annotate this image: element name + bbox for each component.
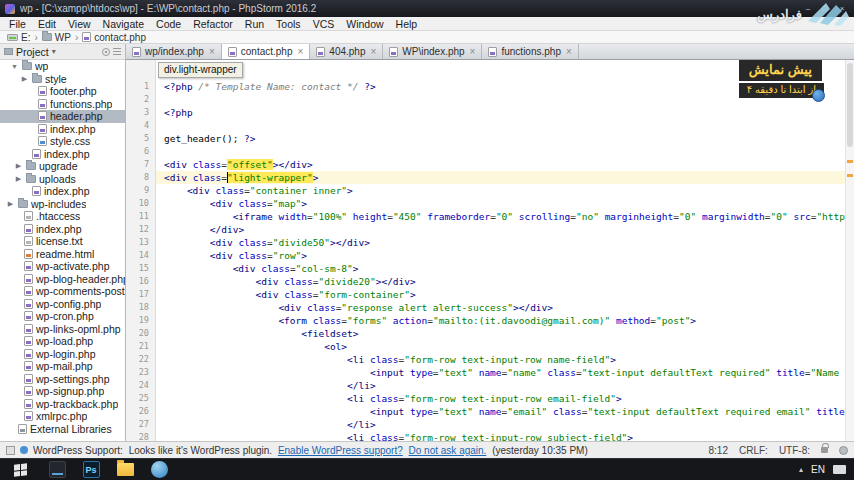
tree-item-license.txt[interactable]: license.txt	[0, 235, 125, 248]
code-line-18[interactable]: 18 <div class="response alert alert-succ…	[126, 301, 854, 314]
code-line-20[interactable]: 20 <fieldset>	[126, 327, 854, 340]
menu-item-run[interactable]: Run	[239, 18, 270, 30]
tree-item-.htaccess[interactable]: .htaccess	[0, 210, 125, 223]
code-line-6[interactable]: 6	[126, 145, 854, 158]
tree-item-index.php[interactable]: index.php	[0, 148, 125, 161]
tree-item-wp-links-opml.php[interactable]: wp-links-opml.php	[0, 323, 125, 336]
editor-scrollbar[interactable]	[845, 60, 854, 441]
menu-item-edit[interactable]: Edit	[32, 18, 62, 30]
code-line-13[interactable]: 13 <div class="divide50"></div>	[126, 236, 854, 249]
code-line-4[interactable]: 4	[126, 119, 854, 132]
tree-item-wp-settings.php[interactable]: wp-settings.php	[0, 373, 125, 386]
code-line-21[interactable]: 21 <ol>	[126, 340, 854, 353]
tree-item-wp-config.php[interactable]: wp-config.php	[0, 298, 125, 311]
code-line-22[interactable]: 22 <li class="form-row text-input-row na…	[126, 353, 854, 366]
hidden-icons-chevron-icon[interactable]: ▴	[799, 465, 803, 474]
code-line-7[interactable]: 7<div class="offset"></div>	[126, 158, 854, 171]
taskbar-browser-icon[interactable]	[142, 459, 176, 480]
start-button[interactable]	[0, 459, 40, 480]
code-line-8[interactable]: 8<div class="light-wrapper">	[126, 171, 854, 184]
chevron-down-icon[interactable]: ▾	[52, 47, 56, 56]
code-line-23[interactable]: 23 <input type="text" name="name" class=…	[126, 366, 854, 379]
encoding-widget[interactable]: UTF-8:	[779, 445, 810, 456]
caret-position-widget[interactable]: 8:12	[709, 445, 728, 456]
enable-wordpress-link[interactable]: Enable WordPress support?	[278, 445, 403, 456]
code-line-25[interactable]: 25 <li class="form-row text-input-row em…	[126, 392, 854, 405]
close-button[interactable]: ×	[835, 4, 849, 13]
code-line-10[interactable]: 10 <div class="map">	[126, 197, 854, 210]
close-tab-icon[interactable]: ×	[208, 46, 215, 57]
breadcrumb-e-[interactable]: E:	[5, 32, 32, 43]
taskbar-terminal-icon[interactable]	[40, 459, 74, 480]
code-line-24[interactable]: 24 </li>	[126, 379, 854, 392]
tree-item-wp[interactable]: ▼wp	[0, 60, 125, 73]
close-tab-icon[interactable]: ×	[469, 46, 476, 57]
maximize-button[interactable]: □	[818, 4, 832, 13]
code-line-15[interactable]: 15 <div class="col-sm-8">	[126, 262, 854, 275]
tree-item-footer.php[interactable]: footer.php	[0, 85, 125, 98]
tree-item-wp-login.php[interactable]: wp-login.php	[0, 348, 125, 361]
tree-item-index.php[interactable]: index.php	[0, 123, 125, 136]
tab-functions.php[interactable]: functions.php×	[482, 44, 578, 59]
tab-404.php[interactable]: 404.php×	[310, 44, 383, 59]
collapse-all-icon[interactable]	[113, 48, 121, 56]
menu-item-tools[interactable]: Tools	[270, 18, 307, 30]
tree-item-wp-blog-header.php[interactable]: wp-blog-header.php	[0, 273, 125, 286]
tree-expand-icon[interactable]: ▶	[20, 75, 29, 83]
code-line-14[interactable]: 14 <div class="row">	[126, 249, 854, 262]
menu-item-refactor[interactable]: Refactor	[187, 18, 239, 30]
toolwindow-toggle-icon[interactable]	[6, 446, 15, 455]
tree-expand-icon[interactable]: ▶	[6, 200, 15, 208]
project-panel-header[interactable]: Project ▾	[0, 44, 125, 60]
menu-item-vcs[interactable]: VCS	[307, 18, 341, 30]
title-bar[interactable]: wp - [C:\xampp\htdocs\wp] - E:\WP\contac…	[0, 0, 854, 17]
taskbar-explorer-icon[interactable]	[108, 459, 142, 480]
tree-item-style[interactable]: ▶style	[0, 73, 125, 86]
tree-item-external-libraries[interactable]: External Libraries	[0, 423, 125, 436]
tree-item-index.php[interactable]: index.php	[0, 185, 125, 198]
settings-gear-icon[interactable]	[102, 48, 110, 56]
code-line-28[interactable]: 28 <li class="form-row text-input-row su…	[126, 431, 854, 441]
tree-item-wp-mail.php[interactable]: wp-mail.php	[0, 360, 125, 373]
tree-item-wp-comments-post.php[interactable]: wp-comments-post.php	[0, 285, 125, 298]
tree-item-wp-load.php[interactable]: wp-load.php	[0, 335, 125, 348]
breadcrumb-contact.php[interactable]: contact.php	[80, 32, 148, 43]
tree-item-header.php[interactable]: header.php	[0, 110, 125, 123]
taskbar-photoshop-icon[interactable]: Ps	[74, 459, 108, 480]
language-indicator[interactable]: EN	[811, 464, 825, 475]
close-tab-icon[interactable]: ×	[565, 46, 572, 57]
tree-item-readme.html[interactable]: readme.html	[0, 248, 125, 261]
tab-wp-index.php[interactable]: wp/index.php×	[126, 44, 222, 59]
code-line-16[interactable]: 16 <div class="divide20"></div>	[126, 275, 854, 288]
tree-item-wp-cron.php[interactable]: wp-cron.php	[0, 310, 125, 323]
highlight-stripe-marker[interactable]	[847, 174, 853, 177]
menu-item-file[interactable]: File	[3, 18, 32, 30]
code-line-5[interactable]: 5get_header(); ?>	[126, 132, 854, 145]
tree-item-xmlrpc.php[interactable]: xmlrpc.php	[0, 410, 125, 423]
tree-item-index.php[interactable]: index.php	[0, 223, 125, 236]
tree-item-upgrade[interactable]: ▶upgrade	[0, 160, 125, 173]
scrollbar-thumb[interactable]	[847, 63, 853, 147]
code-line-9[interactable]: 9 <div class="container inner">	[126, 184, 854, 197]
tab-contact.php[interactable]: contact.php×	[222, 44, 311, 59]
code-line-19[interactable]: 19 <form class="forms" action="mailto:(i…	[126, 314, 854, 327]
tree-item-style.css[interactable]: style.css	[0, 135, 125, 148]
readonly-lock-icon[interactable]	[821, 447, 828, 453]
tree-item-uploads[interactable]: ▶uploads	[0, 173, 125, 186]
tab-wp-index.php[interactable]: WP\index.php×	[383, 44, 482, 59]
tree-item-wp-activate.php[interactable]: wp-activate.php	[0, 260, 125, 273]
breadcrumb-wp[interactable]: WP	[40, 32, 73, 43]
menu-item-view[interactable]: View	[62, 18, 97, 30]
close-tab-icon[interactable]: ×	[297, 46, 304, 57]
code-line-11[interactable]: 11 <iframe width="100%" height="450" fra…	[126, 210, 854, 223]
tree-item-wp-trackback.php[interactable]: wp-trackback.php	[0, 398, 125, 411]
menu-item-window[interactable]: Window	[340, 18, 389, 30]
code-line-17[interactable]: 17 <div class="form-container">	[126, 288, 854, 301]
code-line-26[interactable]: 26 <input type="text" name="email" class…	[126, 405, 854, 418]
code-line-3[interactable]: 3<?php	[126, 106, 854, 119]
keyboard-tray-icon[interactable]	[833, 465, 846, 474]
highlight-stripe-marker[interactable]	[847, 160, 853, 163]
line-separator-widget[interactable]: CRLF:	[739, 445, 768, 456]
tree-item-functions.php[interactable]: functions.php	[0, 98, 125, 111]
menu-item-navigate[interactable]: Navigate	[97, 18, 150, 30]
